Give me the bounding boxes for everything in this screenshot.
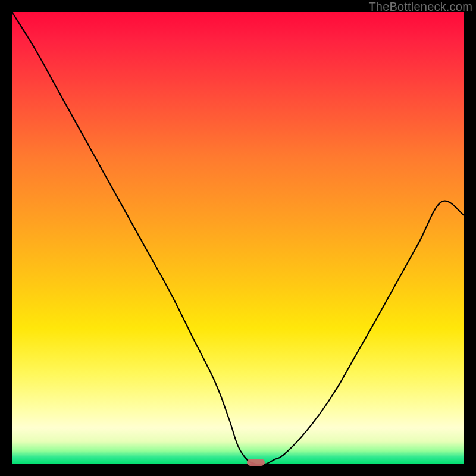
plot-area xyxy=(12,12,464,464)
chart-frame: TheBottleneck.com xyxy=(0,0,476,476)
watermark-text: TheBottleneck.com xyxy=(368,0,472,14)
bottleneck-curve xyxy=(12,12,464,464)
optimum-marker xyxy=(247,459,265,466)
